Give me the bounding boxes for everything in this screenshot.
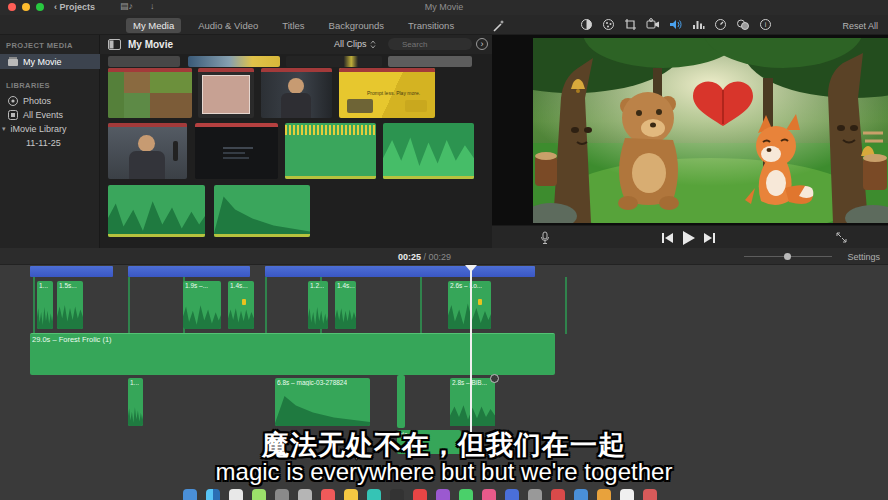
media-thumbnail-audio-1[interactable] (285, 123, 376, 179)
dock-app-icon[interactable] (436, 489, 450, 500)
browser-header: My Movie All Clips › (100, 35, 492, 54)
next-frame-button[interactable] (704, 233, 715, 243)
timeline-clip[interactable]: 2.8s – BiB... (450, 378, 495, 426)
sidebar-item-label: My Movie (23, 57, 62, 67)
media-thumbnail[interactable] (108, 56, 180, 67)
music-clip[interactable]: 29.0s – Forest Frolic (1) (30, 333, 555, 375)
libraries-header: LIBRARIES (6, 81, 50, 90)
media-thumbnail-yellow-promo[interactable]: Prompt less. Play more. (339, 68, 435, 118)
clip-filter-icon[interactable] (736, 18, 750, 31)
timeline-clip[interactable]: 1.4s... (335, 281, 356, 329)
tab-my-media[interactable]: My Media (126, 18, 181, 33)
dock-app-icon[interactable] (344, 489, 358, 500)
dock-app-icon[interactable] (482, 489, 496, 500)
dock-app-icon[interactable] (643, 489, 657, 500)
dock-app-icon[interactable] (183, 489, 197, 500)
clip-filter-dropdown[interactable]: All Clips (334, 39, 376, 49)
total-time: / 00:29 (421, 252, 451, 262)
color-balance-icon[interactable] (580, 18, 593, 31)
sidebar-item-event-date[interactable]: 11-11-25 (0, 135, 100, 150)
preview-frame[interactable] (533, 38, 888, 223)
media-thumbnail-audio-3[interactable] (108, 185, 205, 237)
media-thumbnail[interactable] (388, 56, 472, 67)
media-thumbnail[interactable] (286, 56, 382, 67)
dock-app-icon[interactable] (574, 489, 588, 500)
crop-icon[interactable] (624, 18, 637, 31)
media-tabs: My Media Audio & Video Titles Background… (126, 18, 461, 33)
timeline-clip[interactable] (397, 375, 405, 428)
speed-icon[interactable] (714, 18, 727, 31)
media-thumbnail-bear-collage[interactable] (108, 68, 192, 118)
voiceover-mic-icon[interactable] (540, 231, 550, 245)
chevron-updown-icon (370, 40, 376, 49)
tab-titles[interactable]: Titles (275, 18, 311, 33)
dock-app-icon[interactable] (528, 489, 542, 500)
clip-badge-icon[interactable] (490, 374, 499, 383)
tab-audio-video[interactable]: Audio & Video (191, 18, 265, 33)
sidebar-item-photos[interactable]: Photos (0, 93, 100, 108)
video-track-bar[interactable] (265, 266, 535, 277)
dock-app-icon[interactable] (321, 489, 335, 500)
color-correction-icon[interactable] (602, 18, 615, 31)
current-time: 00:25 (398, 252, 421, 262)
noise-reduction-icon[interactable] (692, 18, 705, 31)
project-icon (8, 57, 18, 67)
thumbnail-topbar (108, 123, 187, 127)
clip-connector (128, 277, 130, 334)
dock-app-icon[interactable] (505, 489, 519, 500)
sidebar-item-all-events[interactable]: All Events (0, 107, 100, 122)
sidebar-item-imovie-library[interactable]: ▾ iMovie Library (0, 121, 100, 136)
dock-app-icon[interactable] (551, 489, 565, 500)
timeline-settings-button[interactable]: Settings (847, 252, 880, 262)
viewer-pane (492, 35, 888, 225)
dock-app-icon[interactable] (252, 489, 266, 500)
hide-browser-button[interactable]: › (476, 38, 488, 50)
media-thumbnail-audio-4[interactable] (214, 185, 310, 237)
timeline-clip[interactable]: 1... (37, 281, 53, 329)
dock-app-icon[interactable] (229, 489, 243, 500)
fullscreen-icon[interactable] (836, 232, 847, 243)
tab-transitions[interactable]: Transitions (401, 18, 461, 33)
sidebar-item-label: 11-11-25 (26, 138, 61, 148)
play-button[interactable] (682, 231, 695, 245)
search-input[interactable] (388, 38, 472, 50)
sidebar-item-my-movie[interactable]: My Movie (0, 54, 100, 69)
info-icon[interactable]: i (759, 18, 772, 31)
timeline-clip[interactable]: 6.8s – magic-03-278824 (275, 378, 370, 426)
timeline-clip[interactable]: 1.5s... (57, 281, 83, 329)
timeline-clip[interactable]: 1.9s –... (183, 281, 221, 329)
dock-app-icon[interactable] (390, 489, 404, 500)
video-track-bar[interactable] (128, 266, 250, 277)
timeline-clip[interactable]: 1.4s... (228, 281, 254, 329)
dock-app-icon[interactable] (413, 489, 427, 500)
slider-thumb[interactable] (784, 253, 791, 260)
dock-app-icon[interactable] (206, 489, 220, 500)
timeline-clip[interactable]: 1... (128, 378, 143, 426)
dock-app-icon[interactable] (298, 489, 312, 500)
thumbnail-caption: Prompt less. Play more. (367, 90, 420, 96)
enhance-wand-icon[interactable] (492, 19, 506, 33)
timeline-clip[interactable]: 1.2... (308, 281, 328, 329)
media-thumbnail-presenter-2[interactable] (108, 123, 187, 179)
volume-icon[interactable] (669, 18, 683, 31)
media-thumbnail[interactable] (188, 56, 280, 67)
dock-app-icon[interactable] (597, 489, 611, 500)
dock-app-icon[interactable] (620, 489, 634, 500)
previous-frame-button[interactable] (662, 233, 673, 243)
stabilization-icon[interactable] (646, 18, 660, 31)
tab-backgrounds[interactable]: Backgrounds (322, 18, 391, 33)
chevron-down-icon: ▾ (2, 125, 6, 133)
reset-all-button[interactable]: Reset All (842, 21, 878, 31)
dock-app-icon[interactable] (275, 489, 289, 500)
media-thumbnail-document[interactable] (198, 68, 254, 118)
dock-app-icon[interactable] (459, 489, 473, 500)
dock-app-icon[interactable] (367, 489, 381, 500)
project-media-header: PROJECT MEDIA (6, 41, 73, 50)
sidebar-toggle-icon[interactable] (108, 39, 121, 50)
video-track-bar[interactable] (30, 266, 113, 277)
media-thumbnail-presenter[interactable] (261, 68, 332, 118)
media-thumbnail-screen-recording[interactable] (195, 123, 278, 179)
imovie-window: ‹ Projects ▤♪ ↓ My Movie My Media Audio … (0, 0, 888, 500)
clip-size-slider[interactable] (744, 256, 832, 257)
media-thumbnail-audio-2[interactable] (383, 123, 474, 179)
